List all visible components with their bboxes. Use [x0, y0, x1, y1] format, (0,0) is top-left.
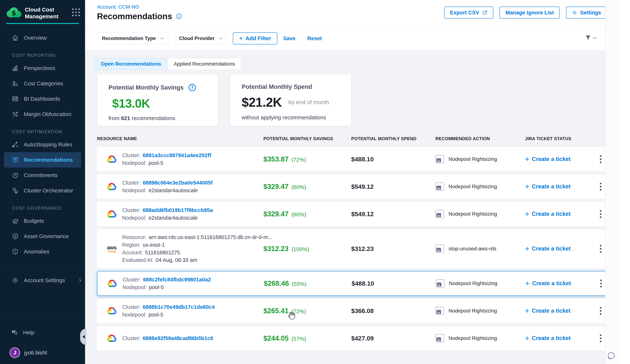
field-label: Resource:: [122, 234, 146, 240]
filter-panel-toggle[interactable]: [585, 34, 596, 41]
recommendation-type-filter[interactable]: Recommendation Type: [97, 32, 168, 44]
sidebar-item-budgets[interactable]: $Budgets: [0, 213, 85, 229]
kebab-menu-icon[interactable]: [598, 305, 604, 317]
savings-amount: $353.87: [264, 155, 288, 163]
savings-percent: (72%): [292, 308, 306, 315]
sidebar-item-cluster-orchestrator[interactable]: Cluster Orchestrator: [0, 183, 85, 198]
resource-fields: Cluster:6886e92f59a48cad86b5b1c6: [122, 334, 213, 343]
kebab-menu-icon[interactable]: [598, 181, 604, 193]
cloud-provider-filter[interactable]: Cloud Provider: [174, 32, 227, 44]
savings-value: $13.0K: [112, 96, 150, 110]
sidebar-item-bi-dashboards[interactable]: BI Dashboards: [0, 91, 85, 107]
info-icon[interactable]: [176, 13, 182, 19]
table-row[interactable]: awsResource:arn:aws:rds:us-east-1:511616…: [97, 229, 610, 268]
resource-link[interactable]: 6888b1c70e49db17c1de60c4: [143, 304, 214, 310]
field-label: Cluster:: [122, 152, 140, 159]
save-filter-button[interactable]: Save: [283, 35, 296, 41]
kebab-menu-icon[interactable]: [598, 153, 604, 165]
kebab-menu-icon[interactable]: [598, 243, 604, 255]
sidebar-item-recommendations[interactable]: Recommendations: [4, 152, 81, 168]
brand-title: Cloud Cost Management: [25, 6, 64, 20]
sidebar-item-label: Cost Categories: [24, 80, 63, 87]
bars-icon: [11, 64, 19, 72]
create-ticket-link[interactable]: +Create a ticket: [525, 335, 591, 342]
manage-ignore-list-button[interactable]: Manage Ignore List: [500, 6, 560, 19]
resource-fields: Cluster:688add6fb019b17f9bccb95aNodepool…: [122, 206, 213, 222]
brand-header: $ Cloud Cost Management: [0, 0, 85, 20]
sidebar-item-label: Perspectives: [24, 65, 55, 71]
resource-link[interactable]: 68898c064e3e2ba0e544005f: [143, 180, 212, 186]
question-icon[interactable]: ?: [188, 83, 196, 92]
export-csv-button[interactable]: Export CSV: [444, 6, 494, 19]
chat-bubble-icon[interactable]: [607, 351, 616, 360]
sidebar-item-overview[interactable]: Overview: [0, 30, 85, 45]
sidebar-item-asset-governance[interactable]: $Asset Governance: [0, 229, 85, 244]
create-ticket-link[interactable]: +Create a ticket: [525, 308, 591, 314]
create-ticket-link[interactable]: +Create a ticket: [525, 245, 591, 252]
breadcrumb-account-link[interactable]: Account: CCM-NG: [97, 4, 140, 10]
svg-text:$: $: [14, 235, 16, 238]
plus-icon: +: [525, 185, 529, 188]
table-row[interactable]: Cluster:6886e92f59a48cad86b5b1c6$244.05(…: [97, 326, 610, 351]
kebab-menu-icon[interactable]: [598, 208, 604, 220]
shapes-icon: [11, 80, 19, 87]
sidebar-item-margin-obfuscation[interactable]: Margin Obfuscation: [0, 107, 85, 122]
field-value: pool-5: [149, 284, 164, 291]
create-ticket-link[interactable]: +Create a ticket: [525, 156, 591, 163]
kebab-menu-icon[interactable]: [598, 332, 604, 345]
ccm-cloud-logo-icon: $: [6, 6, 22, 18]
settings-label: Settings: [580, 10, 601, 16]
action-label: Nodepool Rightsizing: [448, 211, 497, 217]
create-ticket-link[interactable]: +Create a ticket: [525, 211, 591, 217]
potential-monthly-spend-card: Potential Monthly Spend $21.2K by end of…: [230, 74, 351, 126]
autostop-icon: [11, 141, 19, 148]
table-row[interactable]: Cluster:688c2fefc84fbdc99801a0a2Nodepool…: [97, 271, 610, 296]
sidebar-item-commitments[interactable]: Commitments: [0, 168, 85, 183]
table-row[interactable]: Cluster:6888b1c70e49db17c1de60c4Nodepool…: [97, 298, 610, 323]
create-ticket-link[interactable]: +Create a ticket: [525, 280, 591, 287]
kebab-menu-icon[interactable]: [598, 277, 604, 290]
add-filter-button[interactable]: + Add Filter: [233, 32, 277, 44]
sidebar-item-label: Anomalies: [24, 248, 50, 255]
sidebar-item-anomalies[interactable]: Anomalies: [0, 244, 85, 259]
settings-button[interactable]: Settings: [566, 6, 607, 19]
module-grid-icon[interactable]: [72, 8, 80, 16]
column-header: POTENTIAL MONTHLY SPEND: [348, 136, 432, 141]
field-label: Cluster:: [122, 276, 141, 283]
rightsizing-icon: [435, 210, 444, 218]
sidebar-item-autostopping-rules[interactable]: AutoStopping Rules: [0, 137, 85, 152]
spend-amount: $549.12: [348, 183, 432, 190]
rightsizing-icon: [436, 279, 444, 288]
nav-section-header: COST OPTIMIZATION: [0, 127, 85, 137]
create-ticket-label: Create a ticket: [532, 308, 570, 314]
table-row[interactable]: Cluster:688add6fb019b17f9bccb95aNodepool…: [97, 201, 610, 226]
table-body: Cluster:6881a3ccc887941a4ee202ffNodepool…: [97, 147, 610, 351]
rightsizing-icon: [435, 244, 444, 253]
sidebar-item-label: Commitments: [24, 172, 58, 178]
sidebar-item-perspectives[interactable]: Perspectives: [0, 60, 85, 76]
resource-link[interactable]: 688add6fb019b17f9bccb95a: [143, 207, 213, 213]
create-ticket-link[interactable]: +Create a ticket: [525, 183, 591, 190]
sidebar-item-account-settings[interactable]: Account Settings: [0, 273, 85, 288]
reset-filter-button[interactable]: Reset: [307, 35, 322, 41]
aws-logo-icon: aws: [107, 245, 117, 252]
sidebar-item-label: Budgets: [24, 218, 44, 224]
gcp-logo-icon: [107, 154, 117, 164]
tab-applied-recommendations[interactable]: Applied Recommendations: [168, 58, 241, 70]
table-row[interactable]: Cluster:6881a3ccc887941a4ee202ffNodepool…: [97, 147, 610, 172]
rightsizing-icon: [435, 155, 444, 163]
chevron-down-icon: [160, 36, 164, 39]
field-value: pool-5: [148, 160, 163, 166]
user-menu[interactable]: J jyoti.bisht: [0, 345, 85, 360]
sidebar-item-help[interactable]: ? Help: [0, 325, 85, 340]
resource-link[interactable]: 6881a3ccc887941a4ee202ff: [143, 152, 211, 159]
collapse-arrow-icon: [81, 335, 85, 339]
tab-open-recommendations[interactable]: Open Recommendations: [94, 58, 168, 70]
resource-link[interactable]: 688c2fefc84fbdc99801a0a2: [143, 276, 211, 283]
resource-link[interactable]: 6886e92f59a48cad86b5b1c6: [143, 335, 213, 342]
sidebar-item-cost-categories[interactable]: Cost Categories: [0, 76, 85, 91]
field-label: Account:: [122, 249, 143, 256]
right-rail: [605, 0, 618, 364]
table-row[interactable]: Cluster:68898c064e3e2ba0e544005fNodepool…: [97, 174, 610, 199]
field-label: Cluster:: [122, 207, 140, 213]
